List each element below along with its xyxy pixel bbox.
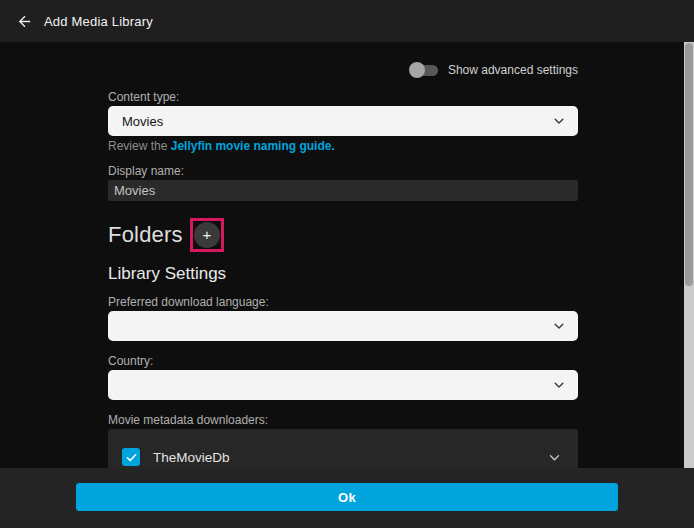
chevron-down-icon [552,319,566,333]
naming-guide-helper: Review the Jellyfin movie naming guide. [108,139,578,154]
check-icon [125,451,138,464]
chevron-down-icon[interactable] [547,450,562,465]
page-title: Add Media Library [44,14,153,29]
chevron-down-icon [552,114,566,128]
form-scroll-area: Show advanced settings Content type: Mov… [0,42,694,468]
click-highlight-box: + [190,218,224,252]
plus-icon: + [202,227,211,242]
content-type-label: Content type: [108,90,578,104]
library-settings-heading: Library Settings [108,264,578,284]
arrow-left-icon [16,13,33,30]
advanced-settings-row: Show advanced settings [108,61,578,79]
themoviedb-checkbox[interactable] [122,448,140,466]
display-name-label: Display name: [108,164,578,178]
metadata-downloader-card: TheMovieDb [108,429,578,468]
scrollbar[interactable] [684,42,694,468]
header: Add Media Library [0,0,694,42]
show-advanced-toggle[interactable] [409,61,439,79]
list-item: TheMovieDb [108,429,578,466]
content-type-value: Movies [122,114,552,129]
show-advanced-label: Show advanced settings [448,63,578,77]
display-name-input[interactable] [108,180,578,201]
metadata-downloaders-label: Movie metadata downloaders: [108,413,578,427]
naming-guide-prefix: Review the [108,139,171,153]
folders-heading: Folders [108,222,183,248]
scrollbar-thumb[interactable] [685,43,693,286]
country-label: Country: [108,354,578,368]
add-media-library-dialog: Add Media Library Show advanced settings… [0,0,694,528]
preferred-language-label: Preferred download language: [108,295,578,309]
back-button[interactable] [12,9,36,33]
naming-guide-link[interactable]: Jellyfin movie naming guide. [171,139,335,153]
chevron-down-icon [552,378,566,392]
add-folder-button[interactable]: + [194,222,220,248]
folders-section: Folders + [108,217,578,252]
toggle-knob [409,62,425,78]
preferred-language-select[interactable] [108,311,578,341]
ok-button[interactable]: Ok [76,483,618,511]
country-select[interactable] [108,370,578,400]
downloader-name: TheMovieDb [153,450,230,465]
content-type-select[interactable]: Movies [108,106,578,136]
form-content: Show advanced settings Content type: Mov… [108,61,578,468]
footer-bar: Ok [0,468,694,528]
